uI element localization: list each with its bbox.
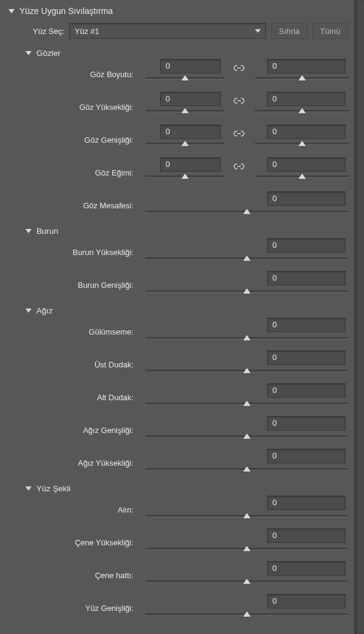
- eye-tilt-right-slider[interactable]: [255, 176, 349, 178]
- row-smile: Gülümseme: 0: [0, 316, 354, 349]
- slider-thumb-icon[interactable]: [243, 335, 251, 342]
- slider-thumb-icon[interactable]: [243, 288, 251, 295]
- svg-marker-11: [298, 173, 306, 179]
- svg-marker-3: [181, 107, 189, 114]
- group-eyes: Gözler Göz Boyutu: 0 0 Göz Yüksekliği: 0…: [0, 49, 354, 223]
- face-width-slider[interactable]: [146, 613, 348, 616]
- eye-width-left-slider[interactable]: [146, 143, 224, 145]
- slider-thumb-icon[interactable]: [181, 173, 189, 180]
- section-header-eyes[interactable]: Gözler: [0, 49, 354, 59]
- reset-button[interactable]: Sıfırla: [271, 23, 308, 39]
- slider-thumb-icon[interactable]: [298, 140, 306, 148]
- face-select-combo[interactable]: Yüz #1: [69, 23, 266, 39]
- eye-tilt-left-input[interactable]: 0: [160, 157, 221, 172]
- face-width-input[interactable]: 0: [267, 594, 346, 608]
- row-nose-height: Burun Yüksekliği: 0: [0, 237, 354, 270]
- smile-slider[interactable]: [146, 337, 348, 339]
- link-toggle-eye-size[interactable]: [233, 63, 248, 75]
- svg-marker-15: [243, 335, 251, 341]
- nose-width-input[interactable]: 0: [267, 271, 346, 285]
- eye-size-left-slider[interactable]: [146, 77, 224, 80]
- lower-lip-input[interactable]: 0: [267, 383, 346, 398]
- eye-height-left-input[interactable]: 0: [160, 92, 221, 106]
- svg-marker-8: [298, 140, 306, 146]
- jawline-slider[interactable]: [146, 581, 348, 583]
- mouth-height-input[interactable]: 0: [267, 449, 346, 463]
- mouth-height-slider[interactable]: [146, 468, 348, 471]
- upper-lip-input[interactable]: 0: [267, 350, 346, 365]
- svg-marker-2: [298, 75, 306, 81]
- eye-tilt-right-input[interactable]: 0: [267, 157, 346, 172]
- svg-marker-17: [243, 400, 251, 406]
- section-header-nose[interactable]: Burun: [0, 227, 354, 237]
- eye-height-right-input[interactable]: 0: [267, 92, 346, 106]
- slider-thumb-icon[interactable]: [181, 140, 189, 148]
- nose-height-input[interactable]: 0: [267, 238, 346, 253]
- slider-thumb-icon[interactable]: [298, 107, 306, 115]
- svg-marker-9: [181, 173, 189, 179]
- slider-thumb-icon[interactable]: [298, 173, 306, 180]
- nose-width-slider[interactable]: [146, 290, 348, 293]
- slider-thumb-icon[interactable]: [243, 208, 251, 216]
- eye-width-left-input[interactable]: 0: [160, 124, 221, 139]
- svg-marker-13: [243, 255, 251, 261]
- row-eye-distance: Göz Mesafesi: 0: [0, 190, 354, 223]
- slider-thumb-icon[interactable]: [243, 255, 251, 262]
- slider-jawline: 0: [146, 560, 348, 593]
- eye-height-right-slider[interactable]: [255, 110, 349, 112]
- jawline-input[interactable]: 0: [267, 561, 346, 576]
- slider-thumb-icon[interactable]: [181, 107, 189, 115]
- section-header-mouth[interactable]: Ağız: [0, 306, 354, 316]
- nose-height-slider[interactable]: [146, 257, 348, 260]
- slider-face-width: 0: [146, 593, 348, 625]
- eye-width-right-slider[interactable]: [255, 143, 349, 145]
- svg-marker-16: [243, 367, 251, 373]
- slider-thumb-icon[interactable]: [243, 545, 251, 553]
- eye-height-left-slider[interactable]: [146, 110, 224, 112]
- slider-thumb-icon[interactable]: [243, 367, 251, 375]
- eye-size-left-input[interactable]: 0: [160, 59, 221, 73]
- eye-distance-slider[interactable]: [146, 211, 348, 213]
- row-nose-width: Burun Genişliği: 0: [0, 270, 354, 302]
- lower-lip-slider[interactable]: [146, 403, 348, 405]
- svg-marker-5: [298, 107, 306, 114]
- svg-marker-6: [181, 140, 189, 146]
- slider-thumb-icon[interactable]: [243, 400, 251, 407]
- smile-input[interactable]: 0: [267, 318, 346, 332]
- slider-thumb-icon[interactable]: [243, 578, 251, 585]
- group-nose: Burun Burun Yüksekliği: 0 Burun Genişliğ…: [0, 227, 354, 302]
- row-label: Çene Yüksekliği:: [0, 527, 140, 547]
- link-toggle-eye-width[interactable]: [233, 128, 248, 140]
- upper-lip-slider[interactable]: [146, 370, 348, 372]
- mouth-width-input[interactable]: 0: [267, 416, 346, 431]
- eye-tilt-left-slider[interactable]: [146, 176, 224, 178]
- row-label: Yüz Genişliği:: [0, 593, 140, 613]
- forehead-slider[interactable]: [146, 515, 348, 517]
- row-label: Burun Yüksekliği:: [0, 237, 140, 257]
- chin-height-input[interactable]: 0: [267, 528, 346, 543]
- slider-thumb-icon[interactable]: [243, 513, 251, 520]
- forehead-input[interactable]: 0: [267, 496, 346, 510]
- section-header-face-shape[interactable]: Yüz Şekli: [0, 484, 354, 494]
- row-eye-tilt: Göz Eğimi: 0 0: [0, 157, 354, 190]
- link-toggle-eye-height[interactable]: [233, 95, 248, 107]
- eye-distance-input[interactable]: 0: [267, 191, 346, 206]
- eye-width-right-input[interactable]: 0: [267, 124, 346, 139]
- eye-size-right-input[interactable]: 0: [267, 59, 346, 73]
- row-label: Göz Eğimi:: [0, 157, 140, 177]
- all-button[interactable]: Tümü: [312, 23, 348, 39]
- face-select-row: Yüz Seç: Yüz #1 Sıfırla Tümü: [0, 17, 354, 45]
- slider-thumb-icon[interactable]: [243, 611, 251, 618]
- section-header-face-liquify[interactable]: Yüze Uygun Sıvılaştırma: [0, 6, 354, 17]
- panel-scrollbar[interactable]: [354, 0, 364, 634]
- dual-slider-eye-height: 0 0: [146, 92, 352, 124]
- chin-height-slider[interactable]: [146, 548, 348, 550]
- link-toggle-eye-tilt[interactable]: [233, 161, 248, 173]
- mouth-width-slider[interactable]: [146, 435, 348, 438]
- eye-size-right-slider[interactable]: [255, 77, 349, 80]
- slider-thumb-icon[interactable]: [298, 75, 306, 82]
- slider-thumb-icon[interactable]: [243, 433, 251, 440]
- slider-thumb-icon[interactable]: [243, 466, 251, 473]
- slider-thumb-icon[interactable]: [181, 75, 189, 82]
- group-mouth: Ağız Gülümseme: 0 Üst Dudak: 0 Alt Dudak…: [0, 306, 354, 480]
